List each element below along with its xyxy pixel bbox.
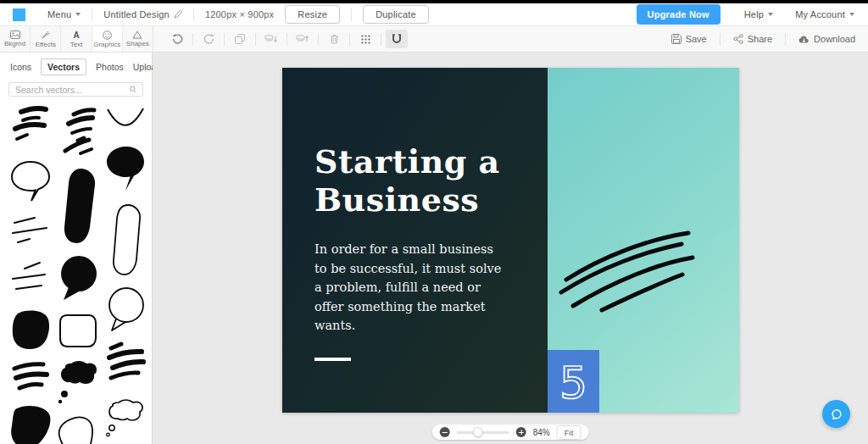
design-title[interactable]: Untitled Design bbox=[103, 9, 182, 19]
my-account-label: My Account bbox=[795, 9, 845, 19]
vector-column-2 bbox=[56, 106, 100, 444]
snap-magnet-button[interactable] bbox=[386, 30, 408, 48]
vector-thumb-blob-square-filled[interactable] bbox=[9, 308, 52, 352]
vector-thumb-strokes-c[interactable] bbox=[9, 360, 52, 394]
vector-thumb-lines-thin-a[interactable] bbox=[9, 214, 52, 252]
download-button[interactable]: Download bbox=[798, 34, 855, 44]
vector-thumb-strokes-b[interactable] bbox=[57, 106, 99, 158]
separator bbox=[192, 33, 193, 46]
vector-thumb-blob-drop-outline[interactable] bbox=[57, 414, 99, 444]
upgrade-now-button[interactable]: Upgrade Now bbox=[637, 4, 721, 25]
vector-thumb-circle-bubble-filled[interactable] bbox=[57, 253, 99, 302]
sidebar-tab-photos[interactable]: Photos bbox=[96, 59, 124, 75]
design-body-text[interactable]: In order for a small business to be succ… bbox=[314, 240, 504, 336]
vector-thumb-thought-filled[interactable] bbox=[56, 358, 100, 406]
grid-button[interactable] bbox=[354, 30, 376, 48]
design-title-label: Untitled Design bbox=[103, 9, 170, 19]
separator bbox=[318, 33, 319, 46]
vector-thumb-bubble-filled[interactable] bbox=[103, 143, 147, 194]
vector-thumbnails-grid bbox=[0, 103, 152, 444]
design-dark-panel[interactable]: Starting a Business In order for a small… bbox=[282, 68, 548, 413]
trash-icon bbox=[330, 34, 339, 44]
tab-bkgrnd-label: Bkgrnd bbox=[4, 40, 25, 47]
vector-thumb-blob-tri-filled[interactable] bbox=[8, 402, 53, 444]
vector-thumb-strokes-a[interactable] bbox=[9, 106, 52, 150]
resize-button[interactable]: Resize bbox=[285, 5, 340, 24]
page-number-box[interactable]: 5 bbox=[548, 350, 599, 413]
vector-thumb-roundrect-outline[interactable] bbox=[57, 311, 99, 350]
chevron-down-icon bbox=[768, 13, 773, 16]
my-account-dropdown[interactable]: My Account bbox=[795, 9, 854, 19]
vector-search[interactable] bbox=[8, 82, 143, 97]
separator bbox=[193, 8, 194, 21]
sidebar-tab-vectors[interactable]: Vectors bbox=[41, 58, 86, 75]
vector-thumb-circle-bubble-outline[interactable] bbox=[104, 286, 147, 333]
menu-dropdown[interactable]: Menu bbox=[47, 9, 81, 19]
separator bbox=[785, 33, 786, 46]
menu-label: Menu bbox=[47, 9, 71, 19]
chat-bubble-icon bbox=[829, 407, 844, 422]
help-dropdown[interactable]: Help bbox=[744, 9, 773, 19]
send-backward-button[interactable] bbox=[260, 30, 282, 48]
app-logo-icon[interactable] bbox=[13, 8, 25, 21]
scribble-strokes-graphic[interactable] bbox=[554, 227, 700, 314]
separator bbox=[287, 33, 287, 46]
tab-shapes[interactable]: Shapes bbox=[123, 26, 153, 52]
save-button[interactable]: Save bbox=[671, 34, 707, 44]
tab-text[interactable]: A Text bbox=[61, 26, 92, 52]
vector-thumb-blob-tall-outline[interactable] bbox=[106, 203, 145, 277]
fit-button[interactable]: Fit bbox=[557, 425, 581, 440]
design-heading[interactable]: Starting a Business bbox=[314, 142, 548, 219]
tab-graphics[interactable]: Graphics bbox=[92, 26, 123, 52]
copy-icon bbox=[235, 34, 245, 44]
separator bbox=[381, 33, 381, 46]
duplicate-button[interactable]: Duplicate bbox=[363, 5, 429, 24]
design-canvas[interactable]: Starting a Business In order for a small… bbox=[282, 68, 739, 413]
tab-effects[interactable]: Effects bbox=[31, 26, 61, 52]
main-content: Icons Vectors Photos Uploads ☆ Starting … bbox=[0, 53, 868, 444]
vector-thumb-lines-thin-b[interactable] bbox=[9, 260, 52, 299]
editor-toolbar: Bkgrnd Effects A Text Graphics Shapes bbox=[0, 26, 868, 53]
chevron-down-icon bbox=[75, 13, 81, 16]
duplicate-layer-button[interactable] bbox=[229, 30, 251, 48]
vector-thumb-blob-tall-filled[interactable] bbox=[57, 167, 99, 245]
share-icon bbox=[733, 34, 743, 44]
app-header: Menu Untitled Design 1200px × 900px Resi… bbox=[0, 3, 868, 26]
vector-thumb-arc-curve[interactable] bbox=[104, 106, 147, 135]
file-actions: Save Share Download bbox=[671, 26, 868, 52]
canvas-actions bbox=[153, 26, 412, 52]
share-button[interactable]: Share bbox=[733, 34, 772, 44]
sidebar-tab-icons[interactable]: Icons bbox=[10, 59, 31, 75]
magnet-icon bbox=[392, 34, 402, 44]
design-dash-line[interactable] bbox=[314, 358, 351, 361]
vector-column-3 bbox=[103, 106, 147, 444]
redo-button[interactable] bbox=[198, 30, 220, 48]
support-chat-button[interactable] bbox=[822, 400, 850, 428]
chevron-down-icon bbox=[849, 13, 854, 16]
sidebar-tabs: Icons Vectors Photos Uploads ☆ bbox=[0, 53, 152, 80]
vector-thumb-thought-outline[interactable] bbox=[104, 396, 147, 440]
vector-thumb-bubble-outline[interactable] bbox=[8, 158, 53, 206]
canvas-dimensions: 1200px × 900px bbox=[205, 9, 274, 19]
zoom-slider-handle[interactable] bbox=[473, 427, 483, 437]
wand-icon bbox=[41, 31, 50, 40]
separator bbox=[255, 33, 256, 46]
help-label: Help bbox=[744, 9, 764, 19]
canvas-area[interactable]: Starting a Business In order for a small… bbox=[153, 53, 868, 444]
pencil-icon[interactable] bbox=[174, 10, 182, 19]
zoom-slider[interactable] bbox=[457, 431, 509, 434]
triangle-icon bbox=[132, 31, 142, 39]
vector-thumb-strokes-e[interactable] bbox=[104, 341, 147, 387]
layer-down-icon bbox=[264, 34, 278, 44]
zoom-in-button[interactable] bbox=[516, 427, 526, 437]
grid-dots-icon bbox=[361, 35, 370, 44]
delete-button[interactable] bbox=[323, 30, 345, 48]
tab-bkgrnd[interactable]: Bkgrnd bbox=[0, 26, 31, 52]
redo-icon bbox=[203, 34, 214, 44]
undo-button[interactable] bbox=[166, 30, 188, 48]
undo-icon bbox=[172, 34, 183, 44]
search-input[interactable] bbox=[15, 85, 130, 95]
zoom-out-button[interactable] bbox=[440, 427, 450, 437]
bring-forward-button[interactable] bbox=[292, 30, 314, 48]
share-label: Share bbox=[748, 34, 772, 44]
